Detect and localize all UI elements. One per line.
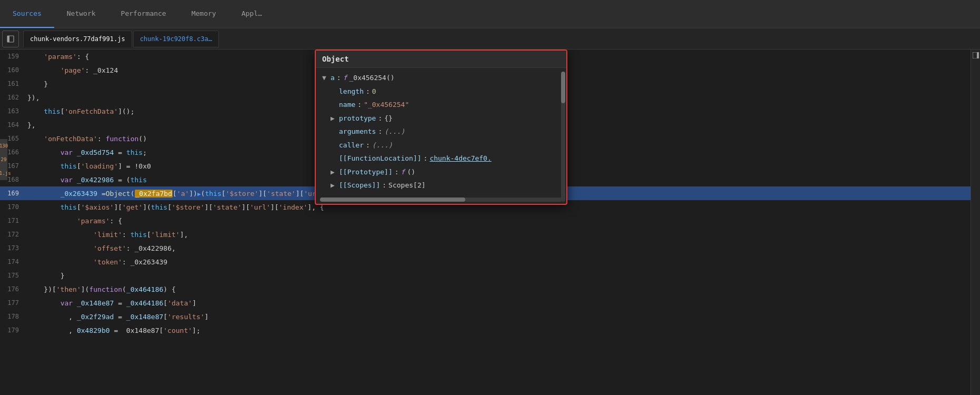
svg-rect-3 <box>977 52 979 58</box>
popup-row-prototype: ▶ prototype : {} <box>320 112 562 125</box>
line-number-164: 164 <box>0 121 27 129</box>
tab-memory-label: Memory <box>192 9 216 17</box>
code-editor[interactable]: 130 29 01.js 159 'params': { 160 'page':… <box>0 50 971 395</box>
line-number-160: 160 <box>0 66 27 74</box>
code-line-172: 172 'limit': this['limit'], <box>0 228 971 241</box>
left-marker-130: 130 <box>0 139 7 153</box>
line-content-177: var _0x148e87 = _0x464186['data'] <box>27 299 962 307</box>
line-number-173: 173 <box>0 244 27 252</box>
line-number-162: 162 <box>0 94 27 101</box>
expand-arrow-a[interactable]: ▼ <box>322 73 331 83</box>
file-tab-chunk[interactable]: chunk-19c920f8.c3a… <box>133 31 219 47</box>
code-line-173: 173 'offset': _0x422986, <box>0 241 971 255</box>
file-tab-bar: chunk-vendors.77daf991.js chunk-19c920f8… <box>0 28 980 50</box>
code-line-179: 179 , 0x4829b0 = 0x148e87['count']; <box>0 323 971 337</box>
tab-network[interactable]: Network <box>54 0 108 28</box>
tab-sources[interactable]: Sources <box>0 0 54 28</box>
code-line-174: 174 'token': _0x263439 <box>0 255 971 269</box>
line-number-172: 172 <box>0 231 27 238</box>
line-number-171: 171 <box>0 217 27 224</box>
popup-row-caller: caller : (...) <box>320 139 562 152</box>
code-line-178: 178 , _0x2f29ad = _0x148e87['results'] <box>0 310 971 323</box>
popup-row-functionlocation: [[FunctionLocation]] : chunk-4dec7ef0. <box>320 152 562 165</box>
expand-arrow-scopes[interactable]: ▶ <box>331 180 339 191</box>
line-number-161: 161 <box>0 80 27 87</box>
popup-hscroll-thumb <box>320 197 465 202</box>
line-number-179: 179 <box>0 327 27 334</box>
line-content-175: } <box>27 272 962 280</box>
line-content-174: 'token': _0x263439 <box>27 258 962 266</box>
code-line-176: 176 })['then'](function(_0x464186) { <box>0 282 971 296</box>
svg-rect-1 <box>7 36 9 42</box>
popup-row-arguments: arguments : (...) <box>320 125 562 139</box>
left-marker-01js: 01.js <box>0 166 7 180</box>
line-number-177: 177 <box>0 299 27 307</box>
expand-arrow-prototype[interactable]: ▶ <box>331 113 339 124</box>
line-number-178: 178 <box>0 313 27 320</box>
line-number-170: 170 <box>0 203 27 211</box>
main-area: 130 29 01.js 159 'params': { 160 'page':… <box>0 50 980 395</box>
left-marker-29: 29 <box>0 153 7 166</box>
code-line-177: 177 var _0x148e87 = _0x464186['data'] <box>0 296 971 310</box>
code-line-175: 175 } <box>0 269 971 282</box>
tab-network-label: Network <box>67 9 96 17</box>
line-number-175: 175 <box>0 272 27 279</box>
popup-row-proto2: ▶ [[Prototype]] : f () <box>320 165 562 179</box>
tab-performance[interactable]: Performance <box>108 0 179 28</box>
popup-content: ▼ a : f _0x456254() length : 0 name <box>316 68 566 195</box>
file-tab-vendors-label: chunk-vendors.77daf991.js <box>30 35 125 43</box>
popup-row-name: name : "_0x456254" <box>320 98 562 112</box>
line-number-176: 176 <box>0 285 27 293</box>
tab-performance-label: Performance <box>121 9 166 17</box>
line-content-172: 'limit': this['limit'], <box>27 231 962 239</box>
code-line-171: 171 'params': { <box>0 214 971 228</box>
popup-vscroll-thumb <box>561 72 565 103</box>
file-tab-vendors[interactable]: chunk-vendors.77daf991.js <box>23 31 132 47</box>
line-number-163: 163 <box>0 107 27 115</box>
tab-application-label: Appl… <box>242 9 262 17</box>
line-content-171: 'params': { <box>27 217 962 225</box>
tab-application[interactable]: Appl… <box>229 0 275 28</box>
line-content-173: 'offset': _0x422986, <box>27 244 962 252</box>
popup-title: Object <box>316 51 566 68</box>
line-number-174: 174 <box>0 258 27 265</box>
popup-vertical-scrollbar[interactable] <box>561 72 565 202</box>
expand-arrow-proto2[interactable]: ▶ <box>331 167 339 177</box>
tab-bar: Sources Network Performance Memory Appl… <box>0 0 980 28</box>
tab-memory[interactable]: Memory <box>179 0 229 28</box>
popup-row-a: ▼ a : f _0x456254() <box>320 71 562 85</box>
object-popup: Object ▼ a : f _0x456254() length : 0 <box>315 50 567 205</box>
line-number-159: 159 <box>0 53 27 60</box>
line-content-179: , 0x4829b0 = 0x148e87['count']; <box>27 327 962 334</box>
popup-key-a: a <box>331 73 335 83</box>
right-sidebar <box>971 50 980 395</box>
collapse-right-button[interactable] <box>973 52 979 60</box>
popup-horizontal-scrollbar[interactable] <box>320 197 562 202</box>
line-content-176: })['then'](function(_0x464186) { <box>27 285 962 293</box>
file-tab-chunk-label: chunk-19c920f8.c3a… <box>140 35 212 43</box>
line-number-169: 169 <box>0 190 27 197</box>
sidebar-toggle-button[interactable] <box>2 31 19 47</box>
popup-row-length: length : 0 <box>320 85 562 98</box>
popup-row-scopes: ▶ [[Scopes]] : Scopes[2] <box>320 179 562 192</box>
line-content-178: , _0x2f29ad = _0x148e87['results'] <box>27 313 962 321</box>
tab-sources-label: Sources <box>13 9 42 17</box>
